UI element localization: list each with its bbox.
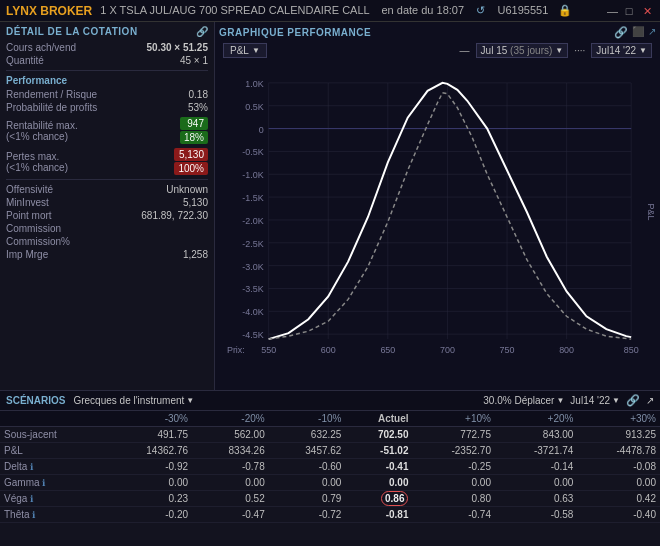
col-header-plus20: +20%: [495, 411, 577, 427]
minimize-button[interactable]: —: [604, 4, 618, 18]
table-cell: 0.00: [577, 475, 660, 491]
rendement-value: 0.18: [189, 89, 208, 100]
chart-svg-container: 1.0K 0.5K 0 -0.5K -1.0K -1.5K -2.0K -2.5…: [219, 62, 656, 367]
svg-text:550: 550: [261, 345, 276, 355]
table-row: Delta ℹ-0.92-0.78-0.60-0.41-0.25-0.14-0.…: [0, 459, 660, 475]
scenarios-popout-icon[interactable]: ↗: [646, 395, 654, 406]
col-header-minus30: -30%: [106, 411, 192, 427]
info-icon[interactable]: ℹ: [42, 478, 45, 488]
imp-mrge-label: Imp Mrge: [6, 249, 48, 260]
probabilite-row: Probabilité de profits 53%: [6, 101, 208, 114]
app-logo: LYNX BROKER: [6, 4, 92, 18]
table-cell: -0.20: [106, 507, 192, 523]
svg-text:650: 650: [380, 345, 395, 355]
rentabilite-label: Rentabilité max.: [6, 120, 78, 131]
detail-link-icon[interactable]: 🔗: [196, 26, 209, 37]
date1-selector[interactable]: Jul 15 (35 jours) ▼: [476, 43, 569, 58]
col-header-actuel: Actuel: [345, 411, 412, 427]
title-bar: LYNX BROKER 1 X TSLA JUL/AUG 700 SPREAD …: [0, 0, 660, 22]
pertes-pct: 100%: [174, 162, 208, 175]
table-row: Véga ℹ0.230.520.790.860.800.630.42: [0, 491, 660, 507]
date2-label: Jul14 '22: [596, 45, 636, 56]
table-cell: 491.75: [106, 427, 192, 443]
date2-dropdown-icon: ▼: [639, 46, 647, 55]
table-cell: -51.02: [345, 443, 412, 459]
table-cell: 0.42: [577, 491, 660, 507]
scenarios-link-icon[interactable]: 🔗: [626, 394, 640, 407]
point-mort-row: Point mort 681.89, 722.30: [6, 209, 208, 222]
table-cell: 0.63: [495, 491, 577, 507]
grecques-label: Grecques de l'instrument: [73, 395, 184, 406]
deplacer-selector[interactable]: 30.0% Déplacer ▼: [483, 395, 564, 406]
grecques-selector[interactable]: Grecques de l'instrument ▼: [73, 395, 194, 406]
table-cell: 632.25: [269, 427, 346, 443]
table-cell: -0.60: [269, 459, 346, 475]
table-row: Thêta ℹ-0.20-0.47-0.72-0.81-0.74-0.58-0.…: [0, 507, 660, 523]
chart-header-icons: 🔗 ⬛ ↗: [614, 26, 656, 39]
cours-label: Cours ach/vend: [6, 42, 76, 53]
date2-selector[interactable]: Jul14 '22 ▼: [591, 43, 652, 58]
offensivite-row: Offensivité Unknown: [6, 183, 208, 196]
mininvest-label: MinInvest: [6, 197, 49, 208]
pl-dropdown-icon: ▼: [252, 46, 260, 55]
probabilite-value: 53%: [188, 102, 208, 113]
svg-text:-0.5K: -0.5K: [242, 147, 263, 157]
chart-title: GRAPHIQUE PERFORMANCE: [219, 27, 371, 38]
chart-link-icon[interactable]: 🔗: [614, 26, 628, 39]
table-cell: 0.80: [412, 491, 494, 507]
chart-header: GRAPHIQUE PERFORMANCE 🔗 ⬛ ↗: [219, 26, 656, 39]
svg-text:600: 600: [321, 345, 336, 355]
rentabilite-sub: (<1% chance): [6, 131, 78, 142]
col-header-plus30: +30%: [577, 411, 660, 427]
refresh-icon[interactable]: ↺: [476, 4, 485, 16]
table-cell: 0.23: [106, 491, 192, 507]
scenarios-table: -30% -20% -10% Actuel +10% +20% +30% Sou…: [0, 411, 660, 523]
table-cell: 3457.62: [269, 443, 346, 459]
info-icon[interactable]: ℹ: [30, 494, 33, 504]
table-cell: -0.78: [192, 459, 269, 475]
pertes-sub: (<1% chance): [6, 162, 68, 173]
pl-selector[interactable]: P&L ▼: [223, 43, 267, 58]
table-cell: -0.81: [345, 507, 412, 523]
svg-text:-2.5K: -2.5K: [242, 239, 263, 249]
table-cell: -0.72: [269, 507, 346, 523]
col-header-plus10: +10%: [412, 411, 494, 427]
table-cell: -0.47: [192, 507, 269, 523]
info-icon[interactable]: ℹ: [32, 510, 35, 520]
svg-text:P&L: P&L: [646, 204, 656, 221]
scenarios-panel: SCÉNARIOS Grecques de l'instrument ▼ 30.…: [0, 390, 660, 546]
pertes-row: Pertes max. (<1% chance) 5,130 100%: [6, 147, 208, 176]
row-label-cell: P&L: [0, 443, 106, 459]
table-cell: -0.74: [412, 507, 494, 523]
scenarios-title: SCÉNARIOS: [6, 395, 65, 406]
maximize-button[interactable]: □: [622, 4, 636, 18]
quantite-label: Quantité: [6, 55, 44, 66]
close-button[interactable]: ✕: [640, 4, 654, 18]
scenarios-date-selector[interactable]: Jul14 '22 ▼: [570, 395, 620, 406]
probabilite-label: Probabilité de profits: [6, 102, 97, 113]
col-header-minus20: -20%: [192, 411, 269, 427]
window-controls: — □ ✕: [604, 4, 654, 18]
table-cell: 0.79: [269, 491, 346, 507]
divider-1: [6, 70, 208, 71]
table-row: P&L14362.768334.263457.62-51.02-2352.70-…: [0, 443, 660, 459]
table-cell: -0.92: [106, 459, 192, 475]
table-cell: -2352.70: [412, 443, 494, 459]
chart-popout-icon[interactable]: ↗: [648, 26, 656, 39]
detail-title: DÉTAIL DE LA COTATION: [6, 26, 138, 37]
offensivite-label: Offensivité: [6, 184, 53, 195]
commission-pct-label: Commission%: [6, 236, 70, 247]
commission-label: Commission: [6, 223, 61, 234]
instrument-info: 1 X TSLA JUL/AUG 700 SPREAD CALENDAIRE C…: [100, 4, 604, 17]
table-cell: 0.00: [192, 475, 269, 491]
svg-text:0: 0: [259, 125, 264, 135]
point-mort-label: Point mort: [6, 210, 52, 221]
table-cell: 913.25: [577, 427, 660, 443]
rendement-row: Rendement / Risque 0.18: [6, 88, 208, 101]
chart-expand-icon[interactable]: ⬛: [632, 26, 644, 39]
lock-icon: 🔒: [558, 4, 572, 16]
mininvest-row: MinInvest 5,130: [6, 196, 208, 209]
pertes-label: Pertes max.: [6, 151, 68, 162]
scenarios-date-label: Jul14 '22: [570, 395, 610, 406]
info-icon[interactable]: ℹ: [30, 462, 33, 472]
